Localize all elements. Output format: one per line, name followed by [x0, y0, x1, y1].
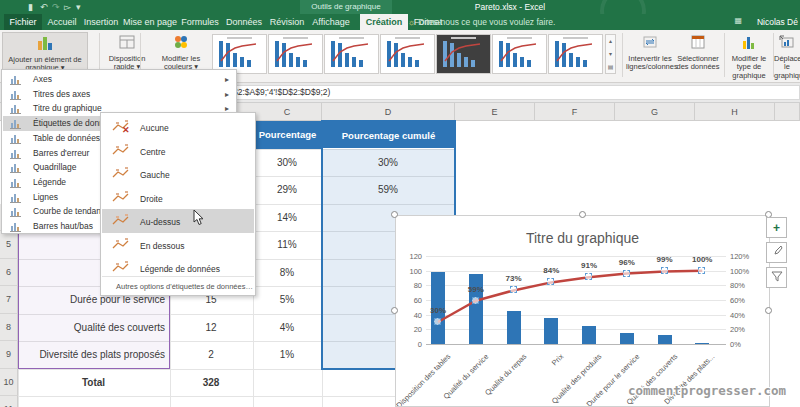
submenu-item-en-dessous[interactable]: En dessous — [102, 233, 254, 257]
ribbon-display-options-icon[interactable]: ▦ — [734, 16, 742, 25]
tab-mise-en-page[interactable]: Mise en page — [122, 14, 178, 30]
quick-layout-button-icon — [101, 34, 153, 53]
switch-row-column-button[interactable]: Intervertir les lignes/colonnes — [626, 32, 674, 78]
cell-c5[interactable]: 11% — [253, 231, 317, 259]
row-header-10[interactable]: 10 — [0, 369, 18, 397]
menu-item-titres-des-axes[interactable]: Titres des axes▸ — [3, 87, 235, 102]
pareto-bar[interactable] — [658, 335, 672, 344]
pareto-bar[interactable] — [620, 333, 634, 344]
cell-a10[interactable]: Total — [18, 369, 165, 397]
chart-title[interactable]: Titre du graphique — [396, 230, 769, 246]
row-header-7[interactable]: 7 — [0, 286, 18, 314]
chart-filter-icon[interactable] — [766, 267, 787, 288]
gallery-scroll[interactable]: ▴▾▤ — [605, 34, 616, 74]
pareto-bar[interactable] — [544, 318, 558, 344]
cell-c6[interactable]: 8% — [253, 259, 317, 287]
chart-elements-plus-icon[interactable]: + — [766, 217, 787, 238]
undo-icon[interactable]: ↶ — [40, 0, 48, 14]
cell-c9[interactable]: 1% — [253, 341, 317, 369]
cell-b10[interactable]: 328 — [170, 369, 248, 397]
cell-d2[interactable]: 30% — [322, 149, 450, 177]
column-header-f[interactable]: F — [535, 103, 615, 121]
cell-b8[interactable]: 12 — [170, 314, 248, 342]
line-point-selection-handle[interactable] — [585, 273, 592, 280]
cell-a8[interactable]: Qualité des couverts — [18, 314, 165, 342]
line-point-selection-handle[interactable] — [698, 267, 705, 274]
left-axis-tick: 60 — [398, 296, 422, 305]
chart-style-thumbnail[interactable] — [548, 34, 603, 74]
left-axis-tick: 80 — [398, 281, 422, 290]
row-header-9[interactable]: 9 — [0, 341, 18, 369]
chart-style-thumbnail[interactable] — [212, 34, 267, 74]
more-data-label-options[interactable]: Autres options d'étiquettes de données… — [102, 276, 254, 291]
change-chart-type-button[interactable]: Modifier le type de graphique — [726, 32, 772, 78]
cell-c8[interactable]: 4% — [253, 314, 317, 342]
tab-fichier[interactable]: Fichier — [4, 14, 42, 30]
cell-c4[interactable]: 14% — [253, 204, 317, 232]
pareto-bar[interactable] — [582, 326, 596, 344]
submenu-item-gauche[interactable]: Gauche — [102, 162, 254, 186]
data-label: 73% — [497, 274, 531, 283]
cell-a9[interactable]: Diversité des plats proposés — [18, 341, 165, 369]
redo-icon[interactable]: ↷ — [52, 0, 60, 14]
row-header-6[interactable]: 6 — [0, 259, 18, 287]
pareto-chart[interactable]: Titre du graphique 00%2020%4040%6060%808… — [395, 215, 770, 407]
pareto-bar[interactable] — [507, 311, 521, 344]
touch-mode-icon[interactable]: ▻ — [64, 0, 71, 14]
save-icon[interactable]: ▮ — [28, 0, 33, 14]
line-point-selection-handle[interactable] — [510, 286, 517, 293]
switch-row-column-button-icon — [626, 34, 674, 53]
cell-c2[interactable]: 30% — [253, 149, 317, 177]
chart-selection-handle[interactable] — [765, 307, 772, 314]
line-point-selection-handle[interactable] — [434, 318, 441, 325]
pareto-bar[interactable] — [695, 343, 709, 344]
tell-me-box[interactable]: ☼Dites-nous ce que vous voulez faire. — [408, 14, 555, 30]
chart-style-brush-icon[interactable] — [766, 242, 787, 263]
tab-révision[interactable]: Révision — [266, 14, 308, 30]
chart-style-thumbnail[interactable] — [324, 34, 379, 74]
column-header-d[interactable]: D — [322, 103, 455, 121]
cell-d1-header[interactable]: Pourcentage cumulé — [323, 122, 454, 148]
chart-selection-handle[interactable] — [391, 211, 398, 218]
column-header-h[interactable]: H — [695, 103, 775, 121]
data-label: 84% — [534, 266, 568, 275]
tab-création[interactable]: Création — [360, 14, 408, 30]
submenu-item-droite[interactable]: Droite — [102, 186, 254, 210]
submenu-item-au-dessus[interactable]: Au-dessus — [102, 209, 254, 233]
chart-selection-handle[interactable] — [579, 211, 586, 218]
cell-d3[interactable]: 59% — [322, 176, 450, 204]
line-point-selection-handle[interactable] — [623, 270, 630, 277]
line-point-selection-handle[interactable] — [661, 267, 668, 274]
chart-style-thumbnail[interactable] — [380, 34, 435, 74]
tab-insertion[interactable]: Insertion — [80, 14, 122, 30]
submenu-item-centre[interactable]: Centre — [102, 139, 254, 163]
qat-dropdown-icon[interactable]: ▾ — [76, 0, 81, 14]
cell-b9[interactable]: 2 — [170, 341, 248, 369]
change-chart-type-button-icon — [726, 34, 772, 53]
tab-affichage[interactable]: Affichage — [308, 14, 354, 30]
tab-données[interactable]: Données — [222, 14, 266, 30]
chart-style-thumbnail[interactable] — [436, 34, 491, 74]
gridline — [18, 396, 455, 397]
tab-formules[interactable]: Formules — [178, 14, 222, 30]
select-data-button[interactable]: Sélectionner des données — [674, 32, 722, 78]
row-header-8[interactable]: 8 — [0, 314, 18, 342]
account-name[interactable]: Nicolas Dé — [757, 14, 798, 30]
chart-style-thumbnail[interactable] — [492, 34, 547, 74]
tab-accueil[interactable]: Accueil — [44, 14, 80, 30]
column-header-c[interactable]: C — [253, 103, 322, 121]
chart-selection-handle[interactable] — [391, 307, 398, 314]
move-chart-button[interactable]: Déplacer le graphique — [774, 32, 800, 78]
submenu-item-aucune[interactable]: ✕Aucune — [102, 115, 254, 139]
row-header-11[interactable]: 11 — [0, 396, 18, 407]
line-point-selection-handle[interactable] — [547, 278, 554, 285]
contextual-tab-label: Outils de graphique — [300, 0, 392, 14]
cell-c1-header[interactable]: Pourcentage — [253, 121, 322, 149]
line-point-selection-handle[interactable] — [472, 297, 479, 304]
chart-style-thumbnail[interactable] — [268, 34, 323, 74]
column-header-e[interactable]: E — [455, 103, 535, 121]
cell-c7[interactable]: 5% — [253, 286, 317, 314]
column-header-g[interactable]: G — [615, 103, 695, 121]
cell-c3[interactable]: 29% — [253, 176, 317, 204]
menu-item-axes[interactable]: Axes▸ — [3, 72, 235, 87]
